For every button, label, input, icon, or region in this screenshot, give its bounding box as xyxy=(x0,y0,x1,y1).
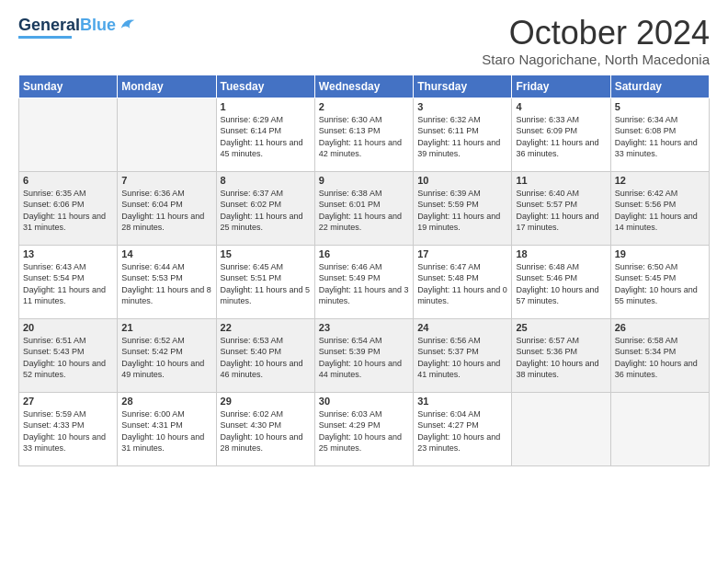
day-info: Sunrise: 6:04 AM xyxy=(417,408,507,420)
day-number: 16 xyxy=(319,248,409,259)
col-wednesday: Wednesday xyxy=(314,75,413,98)
day-number: 29 xyxy=(221,396,311,407)
day-info: Sunset: 5:59 PM xyxy=(417,199,507,211)
day-info: Sunrise: 6:45 AM xyxy=(221,261,311,273)
day-info: Sunrise: 6:36 AM xyxy=(121,188,211,200)
day-info: Daylight: 10 hours and 38 minutes. xyxy=(516,358,606,381)
calendar-week-row: 6Sunrise: 6:35 AMSunset: 6:06 PMDaylight… xyxy=(19,171,710,245)
day-info: Daylight: 10 hours and 25 minutes. xyxy=(319,431,409,454)
calendar-week-row: 13Sunrise: 6:43 AMSunset: 5:54 PMDayligh… xyxy=(19,245,710,318)
day-info: Daylight: 11 hours and 3 minutes. xyxy=(319,284,409,307)
day-info: Sunset: 5:53 PM xyxy=(121,272,211,284)
table-row: 8Sunrise: 6:37 AMSunset: 6:02 PMDaylight… xyxy=(216,171,314,245)
col-sunday: Sunday xyxy=(19,75,118,98)
table-row xyxy=(19,98,118,171)
table-row: 20Sunrise: 6:51 AMSunset: 5:43 PMDayligh… xyxy=(19,318,118,392)
day-number: 3 xyxy=(417,101,507,112)
day-info: Daylight: 11 hours and 28 minutes. xyxy=(121,211,211,234)
day-info: Sunset: 5:51 PM xyxy=(221,272,311,284)
day-info: Sunrise: 6:58 AM xyxy=(615,335,705,347)
logo-blue: Blue xyxy=(80,16,116,35)
day-info: Daylight: 10 hours and 33 minutes. xyxy=(23,431,113,454)
day-info: Sunset: 6:04 PM xyxy=(121,199,211,211)
day-info: Sunset: 6:08 PM xyxy=(615,125,705,137)
day-info: Daylight: 11 hours and 42 minutes. xyxy=(319,137,409,160)
day-info: Daylight: 10 hours and 41 minutes. xyxy=(417,358,507,381)
table-row: 13Sunrise: 6:43 AMSunset: 5:54 PMDayligh… xyxy=(19,245,118,318)
day-info: Sunset: 4:31 PM xyxy=(121,419,211,431)
table-row xyxy=(118,98,216,171)
day-info: Sunrise: 6:47 AM xyxy=(417,261,507,273)
day-number: 19 xyxy=(615,248,705,259)
day-info: Sunrise: 6:32 AM xyxy=(417,114,507,126)
day-info: Daylight: 11 hours and 11 minutes. xyxy=(23,284,113,307)
table-row: 3Sunrise: 6:32 AMSunset: 6:11 PMDaylight… xyxy=(414,98,512,171)
day-info: Sunrise: 6:54 AM xyxy=(319,335,409,347)
day-number: 27 xyxy=(23,396,113,407)
table-row xyxy=(610,392,709,465)
day-info: Daylight: 10 hours and 49 minutes. xyxy=(121,358,211,381)
day-number: 13 xyxy=(23,248,113,259)
table-row xyxy=(512,392,610,465)
day-info: Sunset: 5:43 PM xyxy=(23,346,113,358)
col-monday: Monday xyxy=(118,75,216,98)
calendar-week-row: 1Sunrise: 6:29 AMSunset: 6:14 PMDaylight… xyxy=(19,98,710,171)
day-number: 28 xyxy=(121,396,211,407)
day-info: Sunrise: 6:42 AM xyxy=(615,188,705,200)
day-number: 23 xyxy=(319,322,409,333)
day-info: Sunset: 6:09 PM xyxy=(516,125,606,137)
day-info: Sunrise: 6:39 AM xyxy=(417,188,507,200)
day-info: Sunrise: 6:48 AM xyxy=(516,261,606,273)
day-info: Sunrise: 6:46 AM xyxy=(319,261,409,273)
table-row: 22Sunrise: 6:53 AMSunset: 5:40 PMDayligh… xyxy=(216,318,314,392)
table-row: 24Sunrise: 6:56 AMSunset: 5:37 PMDayligh… xyxy=(414,318,512,392)
day-info: Daylight: 11 hours and 19 minutes. xyxy=(417,211,507,234)
page: General Blue October 2024 Staro Nagorich… xyxy=(0,0,728,563)
day-info: Sunrise: 6:03 AM xyxy=(319,408,409,420)
day-number: 12 xyxy=(615,175,705,186)
day-info: Sunset: 5:49 PM xyxy=(319,272,409,284)
day-info: Sunrise: 6:00 AM xyxy=(121,408,211,420)
col-tuesday: Tuesday xyxy=(216,75,314,98)
day-info: Sunrise: 6:38 AM xyxy=(319,188,409,200)
day-info: Sunset: 4:33 PM xyxy=(23,419,113,431)
table-row: 29Sunrise: 6:02 AMSunset: 4:30 PMDayligh… xyxy=(216,392,314,465)
col-thursday: Thursday xyxy=(414,75,512,98)
day-info: Sunset: 6:06 PM xyxy=(23,199,113,211)
day-info: Sunrise: 6:37 AM xyxy=(221,188,311,200)
day-info: Sunrise: 6:43 AM xyxy=(23,261,113,273)
day-info: Daylight: 11 hours and 45 minutes. xyxy=(221,137,311,160)
logo-general: General xyxy=(18,16,80,35)
day-info: Daylight: 11 hours and 25 minutes. xyxy=(221,211,311,234)
day-info: Sunset: 5:54 PM xyxy=(23,272,113,284)
day-info: Sunset: 5:42 PM xyxy=(121,346,211,358)
day-info: Sunset: 5:57 PM xyxy=(516,199,606,211)
day-number: 30 xyxy=(319,396,409,407)
table-row: 10Sunrise: 6:39 AMSunset: 5:59 PMDayligh… xyxy=(414,171,512,245)
day-info: Sunrise: 6:29 AM xyxy=(221,114,311,126)
day-info: Daylight: 10 hours and 52 minutes. xyxy=(23,358,113,381)
logo-bird-icon xyxy=(118,15,138,35)
day-number: 22 xyxy=(221,322,311,333)
day-number: 6 xyxy=(23,175,113,186)
day-info: Daylight: 11 hours and 31 minutes. xyxy=(23,211,113,234)
day-number: 14 xyxy=(121,248,211,259)
day-info: Daylight: 11 hours and 0 minutes. xyxy=(417,284,507,307)
day-info: Sunrise: 6:35 AM xyxy=(23,188,113,200)
day-info: Sunset: 5:46 PM xyxy=(516,272,606,284)
day-info: Sunrise: 6:50 AM xyxy=(615,261,705,273)
day-info: Daylight: 10 hours and 28 minutes. xyxy=(221,431,311,454)
day-info: Daylight: 10 hours and 44 minutes. xyxy=(319,358,409,381)
subtitle: Staro Nagorichane, North Macedonia xyxy=(482,52,710,67)
header: General Blue October 2024 Staro Nagorich… xyxy=(18,15,710,67)
day-number: 17 xyxy=(417,248,507,259)
col-friday: Friday xyxy=(512,75,610,98)
day-number: 20 xyxy=(23,322,113,333)
day-info: Daylight: 11 hours and 22 minutes. xyxy=(319,211,409,234)
day-number: 7 xyxy=(121,175,211,186)
table-row: 4Sunrise: 6:33 AMSunset: 6:09 PMDaylight… xyxy=(512,98,610,171)
day-info: Daylight: 11 hours and 33 minutes. xyxy=(615,137,705,160)
table-row: 31Sunrise: 6:04 AMSunset: 4:27 PMDayligh… xyxy=(414,392,512,465)
calendar-week-row: 20Sunrise: 6:51 AMSunset: 5:43 PMDayligh… xyxy=(19,318,710,392)
day-info: Sunset: 6:02 PM xyxy=(221,199,311,211)
